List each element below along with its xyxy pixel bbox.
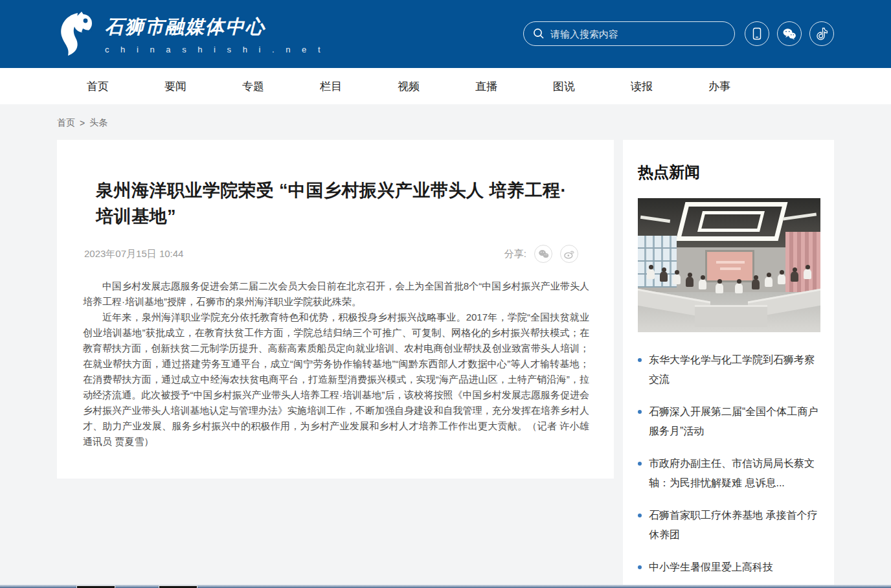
breadcrumb-home[interactable]: 首页 bbox=[57, 117, 75, 129]
breadcrumb-current[interactable]: 头条 bbox=[89, 117, 107, 129]
footer-thumbnail bbox=[76, 585, 115, 588]
site-title: 石狮市融媒体中心 bbox=[105, 14, 325, 40]
article-card: 泉州海洋职业学院荣受 “中国乡村振兴产业带头人 培养工程·培训基地” 2023年… bbox=[57, 140, 614, 479]
share-weibo-button[interactable] bbox=[560, 245, 578, 263]
lion-logo-icon bbox=[57, 10, 97, 58]
douyin-button[interactable] bbox=[809, 21, 834, 46]
footer-edge bbox=[0, 585, 891, 588]
share-weibo-icon bbox=[564, 249, 575, 259]
photo-screen bbox=[705, 250, 754, 282]
breadcrumb: 首页 > 头条 bbox=[57, 104, 834, 129]
search-input[interactable] bbox=[550, 28, 725, 40]
wechat-icon bbox=[782, 28, 796, 40]
bullet-icon bbox=[638, 462, 642, 466]
breadcrumb-separator: > bbox=[80, 118, 85, 128]
photo-table-center bbox=[695, 305, 767, 327]
nav-item-video[interactable]: 视频 bbox=[398, 79, 420, 94]
hot-news-item-text: 市政府办副主任、市信访局局长蔡文轴：为民排忧解疑难 息诉息... bbox=[649, 458, 815, 488]
footer-thumbnail bbox=[159, 585, 197, 588]
nav-item-news[interactable]: 要闻 bbox=[164, 79, 186, 94]
share-wechat-button[interactable] bbox=[534, 245, 552, 263]
mobile-phone-icon bbox=[751, 27, 763, 40]
site-logo[interactable]: 石狮市融媒体中心 c h i n a s h i s h i . n e t bbox=[57, 10, 325, 58]
wechat-button[interactable] bbox=[777, 21, 802, 46]
article-body: 中国乡村发展志愿服务促进会第二届二次会员大会日前在北京召开，会上为全国首批8个“… bbox=[83, 278, 589, 449]
bullet-icon bbox=[638, 358, 642, 362]
hot-news-title: 热点新闻 bbox=[638, 162, 834, 183]
hot-news-photo[interactable] bbox=[638, 198, 820, 332]
article-paragraph: 中国乡村发展志愿服务促进会第二届二次会员大会日前在北京召开，会上为全国首批8个“… bbox=[83, 278, 589, 310]
site-subtitle: c h i n a s h i s h i . n e t bbox=[105, 45, 325, 54]
hot-news-item-text: 石狮首家职工疗休养基地 承接首个疗休养团 bbox=[649, 510, 817, 540]
site-header: 石狮市融媒体中心 c h i n a s h i s h i . n e t bbox=[0, 0, 891, 68]
nav-item-paper[interactable]: 读报 bbox=[631, 79, 653, 94]
hot-news-item-text: 石狮深入开展第二届“全国个体工商户服务月”活动 bbox=[649, 406, 818, 436]
article-title: 泉州海洋职业学院荣受 “中国乡村振兴产业带头人 培养工程·培训基地” bbox=[96, 177, 575, 229]
hot-news-item-text: 东华大学化学与化工学院到石狮考察交流 bbox=[649, 354, 815, 385]
nav-item-special[interactable]: 专题 bbox=[242, 79, 264, 94]
hot-news-panel: 热点新闻 bbox=[623, 140, 834, 587]
nav-item-home[interactable]: 首页 bbox=[87, 79, 109, 94]
nav-item-services[interactable]: 办事 bbox=[708, 79, 730, 94]
bullet-icon bbox=[638, 410, 642, 414]
search-icon bbox=[533, 28, 545, 40]
hot-news-item[interactable]: 石狮首家职工疗休养基地 承接首个疗休养团 bbox=[638, 506, 822, 545]
nav-item-live[interactable]: 直播 bbox=[475, 79, 497, 94]
hot-news-item[interactable]: 市政府办副主任、市信访局局长蔡文轴：为民排忧解疑难 息诉息... bbox=[638, 454, 822, 493]
main-nav: 首页 要闻 专题 栏目 视频 直播 图说 读报 办事 bbox=[0, 68, 891, 104]
nav-item-pictures[interactable]: 图说 bbox=[553, 79, 575, 94]
hot-news-item[interactable]: 石狮深入开展第二届“全国个体工商户服务月”活动 bbox=[638, 402, 822, 441]
share-label: 分享: bbox=[504, 248, 526, 260]
nav-item-columns[interactable]: 栏目 bbox=[320, 79, 342, 94]
article-paragraph: 近年来，泉州海洋职业学院充分依托教育特色和优势，积极投身乡村振兴战略事业。201… bbox=[83, 310, 589, 449]
share-bar: 分享: bbox=[504, 245, 578, 263]
bullet-icon bbox=[638, 565, 642, 569]
article-date: 2023年07月15日 10:44 bbox=[84, 248, 183, 260]
hot-news-item[interactable]: 中小学生暑假里爱上高科技 bbox=[638, 558, 822, 577]
hot-news-item[interactable]: 东华大学化学与化工学院到石狮考察交流 bbox=[638, 350, 822, 389]
search-box[interactable] bbox=[523, 21, 735, 46]
hot-news-item-text: 中小学生暑假里爱上高科技 bbox=[649, 561, 773, 572]
bullet-icon bbox=[638, 514, 642, 517]
douyin-icon bbox=[816, 27, 828, 40]
mobile-app-button[interactable] bbox=[745, 21, 769, 46]
hot-news-list: 东华大学化学与化工学院到石狮考察交流 石狮深入开展第二届“全国个体工商户服务月”… bbox=[638, 350, 822, 577]
share-wechat-icon bbox=[538, 249, 549, 259]
photo-curtain bbox=[785, 232, 820, 297]
